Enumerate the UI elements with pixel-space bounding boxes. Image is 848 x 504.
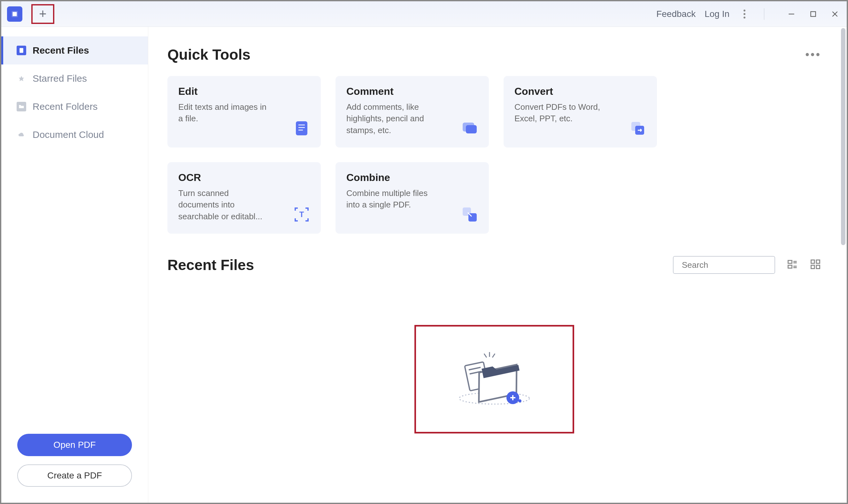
svg-rect-12 [298, 125, 305, 125]
list-view-icon[interactable] [787, 258, 798, 271]
new-tab-button[interactable]: + [31, 4, 54, 24]
svg-point-4 [744, 17, 745, 19]
separator [764, 8, 764, 20]
svg-point-41 [518, 399, 521, 402]
quick-tools-title: Quick Tools [168, 46, 250, 63]
svg-rect-6 [811, 12, 815, 16]
svg-rect-11 [296, 121, 307, 135]
sidebar-item-label: Recent Folders [33, 101, 98, 112]
open-pdf-button[interactable]: Open PDF [17, 434, 132, 456]
svg-line-44 [492, 354, 495, 358]
minimize-button[interactable] [785, 8, 797, 20]
app-logo[interactable] [7, 6, 22, 22]
app-window: + Feedback Log In Recent Files [0, 0, 848, 504]
ocr-icon: T [291, 204, 312, 225]
sidebar-item-document-cloud[interactable]: Document Cloud [1, 121, 148, 149]
svg-point-3 [744, 13, 745, 15]
login-link[interactable]: Log In [705, 9, 729, 19]
sidebar-item-label: Document Cloud [33, 129, 104, 140]
tool-desc: Edit texts and images in a file. [178, 101, 268, 125]
folder-icon [17, 102, 26, 111]
create-pdf-button[interactable]: Create a PDF [17, 464, 132, 487]
tool-desc: Turn scanned documents into searchable o… [178, 187, 268, 222]
close-button[interactable] [829, 8, 841, 20]
scrollbar[interactable] [841, 28, 845, 245]
sidebar-item-recent-files[interactable]: Recent Files [1, 36, 148, 65]
titlebar: + Feedback Log In [1, 1, 847, 27]
svg-rect-25 [788, 265, 792, 268]
tool-combine[interactable]: Combine Combine multiple files into a si… [335, 162, 489, 234]
empty-state-dropzone[interactable] [414, 325, 574, 433]
combine-icon [460, 204, 480, 225]
svg-rect-24 [788, 260, 792, 263]
sidebar-item-label: Recent Files [33, 45, 89, 56]
feedback-link[interactable]: Feedback [656, 9, 696, 19]
edit-icon [291, 118, 312, 139]
svg-rect-14 [298, 130, 303, 130]
tool-title: Edit [178, 86, 310, 97]
svg-line-43 [484, 354, 487, 358]
svg-marker-10 [19, 76, 24, 82]
svg-point-2 [744, 10, 745, 12]
svg-rect-13 [298, 127, 305, 128]
convert-icon [627, 118, 648, 139]
svg-rect-16 [466, 125, 477, 133]
maximize-button[interactable] [807, 8, 819, 20]
tool-edit[interactable]: Edit Edit texts and images in a file. [168, 76, 321, 147]
search-box[interactable] [673, 256, 775, 274]
cloud-icon [17, 130, 26, 140]
tool-title: Comment [346, 86, 478, 97]
grid-view-icon[interactable] [810, 258, 821, 271]
svg-rect-1 [13, 12, 17, 16]
sidebar-item-label: Starred Files [33, 73, 87, 84]
star-icon [17, 74, 26, 83]
svg-rect-31 [816, 260, 820, 264]
tool-comment[interactable]: Comment Add comments, like highlights, p… [335, 76, 489, 147]
tool-desc: Combine multiple files into a single PDF… [346, 187, 436, 211]
empty-folder-illustration [446, 344, 542, 414]
svg-rect-30 [811, 260, 815, 264]
svg-rect-9 [19, 48, 23, 53]
tool-title: OCR [178, 172, 310, 183]
menu-kebab-icon[interactable] [739, 8, 750, 20]
sidebar: Recent Files Starred Files Recent Folder… [1, 27, 148, 503]
tool-ocr[interactable]: OCR Turn scanned documents into searchab… [168, 162, 321, 234]
sidebar-item-starred-files[interactable]: Starred Files [1, 65, 148, 93]
tool-desc: Add comments, like highlights, pencil an… [346, 101, 436, 136]
main-content: Quick Tools ••• Edit Edit texts and imag… [148, 27, 847, 503]
svg-rect-33 [816, 265, 820, 269]
recent-files-title: Recent Files [168, 256, 254, 273]
sidebar-item-recent-folders[interactable]: Recent Folders [1, 93, 148, 121]
tool-title: Combine [346, 172, 478, 183]
tool-desc: Convert PDFs to Word, Excel, PPT, etc. [515, 101, 604, 125]
more-icon[interactable]: ••• [805, 48, 821, 61]
plus-icon: + [39, 7, 46, 21]
file-icon [17, 46, 26, 55]
svg-rect-32 [811, 265, 815, 269]
tool-title: Convert [515, 86, 646, 97]
tool-convert[interactable]: Convert Convert PDFs to Word, Excel, PPT… [504, 76, 657, 147]
search-input[interactable] [682, 260, 786, 270]
svg-text:T: T [299, 210, 304, 219]
comment-icon [460, 118, 480, 139]
